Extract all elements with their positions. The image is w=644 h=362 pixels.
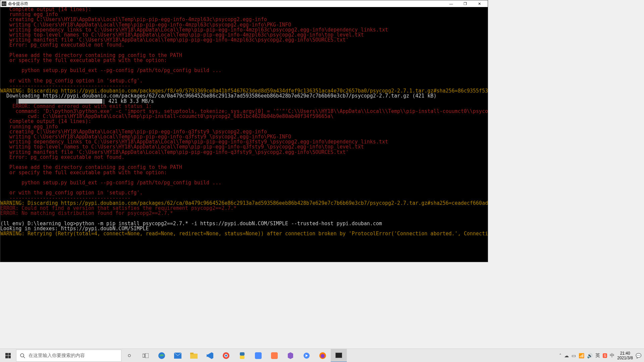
svg-rect-3 — [145, 353, 149, 358]
ime-icon[interactable]: 英 — [595, 353, 600, 359]
svg-rect-7 — [190, 353, 194, 354]
search-box[interactable]: 在这里输入你要搜索的内容 — [16, 350, 121, 362]
app1-icon — [255, 352, 262, 359]
svg-rect-2 — [143, 354, 145, 357]
edge-icon — [158, 352, 165, 359]
mail-button[interactable] — [170, 349, 186, 362]
folder-icon — [190, 353, 198, 359]
circle-icon — [303, 352, 310, 359]
python-icon — [239, 352, 246, 359]
vscode-button[interactable] — [202, 349, 218, 362]
vs-button[interactable] — [282, 349, 299, 362]
cortana-button[interactable]: ○ — [121, 349, 138, 362]
edge-button[interactable] — [154, 349, 170, 362]
cmd-taskbar-icon — [335, 353, 342, 358]
tray-chevron-icon[interactable]: ˄ — [559, 353, 561, 358]
volume-icon[interactable]: 🔊 — [587, 353, 593, 358]
svg-point-15 — [321, 354, 325, 358]
sogou-icon[interactable]: S — [603, 353, 607, 358]
terminal-content[interactable]: Complete output (14 lines): running egg_… — [0, 7, 488, 262]
taskbar: 在这里输入你要搜索的内容 ○ ˄ ☁ ▭ 📶 🔊 英 S 中 21:40 202… — [0, 349, 644, 362]
windows-logo-icon — [5, 353, 11, 358]
battery-icon[interactable]: ▭ — [572, 353, 576, 358]
app2-icon — [271, 352, 278, 359]
cmd-icon: C:\ — [2, 1, 6, 6]
search-icon — [20, 353, 25, 358]
system-tray: ˄ ☁ ▭ 📶 🔊 英 S 中 21:40 2021/3/8 💬 — [559, 351, 644, 360]
firefox-icon — [319, 352, 326, 359]
date: 2021/3/8 — [617, 356, 633, 360]
vs-icon — [287, 352, 294, 359]
mail-icon — [174, 353, 181, 359]
chrome-icon — [223, 352, 229, 359]
svg-rect-12 — [240, 356, 245, 359]
svg-rect-6 — [190, 354, 198, 359]
close-button[interactable]: ✕ — [472, 0, 486, 7]
svg-rect-11 — [240, 352, 245, 356]
vscode-icon — [207, 352, 213, 359]
search-placeholder: 在这里输入你要搜索的内容 — [29, 353, 85, 359]
explorer-button[interactable] — [186, 349, 202, 362]
svg-line-1 — [23, 357, 25, 358]
wifi-icon[interactable]: 📶 — [579, 353, 584, 358]
clock[interactable]: 21:40 2021/3/8 — [617, 351, 633, 360]
ime2-icon[interactable]: 中 — [610, 353, 614, 359]
task-view-button[interactable] — [138, 349, 154, 362]
onedrive-icon[interactable]: ☁ — [564, 353, 569, 358]
maximize-button[interactable]: ❐ — [458, 0, 472, 7]
app3-button[interactable] — [299, 349, 315, 362]
app2-button[interactable] — [266, 349, 282, 362]
chrome-button[interactable] — [218, 349, 234, 362]
time: 21:40 — [617, 351, 633, 356]
start-button[interactable] — [0, 349, 16, 362]
svg-point-0 — [20, 354, 24, 357]
minimize-button[interactable]: — — [444, 0, 458, 7]
app1-button[interactable] — [250, 349, 266, 362]
window-title: 命令提示符 — [8, 1, 444, 7]
python-button[interactable] — [234, 349, 250, 362]
command-prompt-window: C:\ 命令提示符 — ❐ ✕ Complete output (14 line… — [0, 0, 488, 262]
cmd-taskbar-button[interactable] — [331, 349, 347, 362]
firefox-button[interactable] — [315, 349, 331, 362]
notifications-icon[interactable]: 💬 — [636, 353, 641, 358]
titlebar[interactable]: C:\ 命令提示符 — ❐ ✕ — [0, 0, 488, 7]
task-view-icon — [143, 353, 149, 358]
svg-point-10 — [225, 355, 227, 357]
